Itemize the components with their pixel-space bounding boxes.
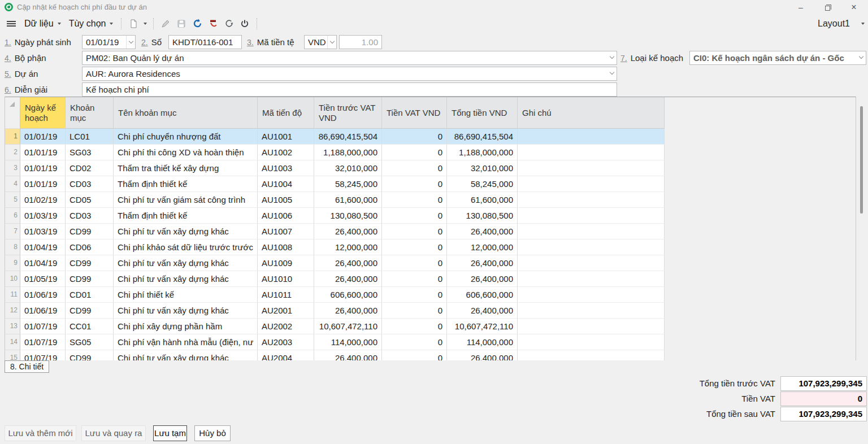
cell-pre-vat-amount[interactable]: 58,245,000 (314, 176, 382, 192)
cell-pre-vat-amount[interactable]: 130,080,500 (314, 208, 382, 224)
cell-vat-amount[interactable]: 0 (382, 319, 447, 334)
cell-item-name[interactable]: Chi phí xây dựng phần hầm (114, 319, 258, 334)
currency-dropdown-button[interactable] (327, 36, 336, 49)
chevron-down-icon[interactable] (610, 54, 614, 59)
cell-note[interactable] (518, 350, 665, 360)
cell-vat-amount[interactable]: 0 (382, 208, 447, 224)
cell-note[interactable] (518, 208, 665, 224)
cell-note[interactable] (518, 224, 665, 240)
cell-vat-amount[interactable]: 0 (382, 224, 447, 240)
cell-item-code[interactable]: CD99 (66, 303, 114, 319)
cell-progress-code[interactable]: AU2002 (258, 319, 314, 334)
save-button[interactable] (175, 17, 188, 31)
cell-pre-vat-amount[interactable]: 10,607,472,110 (314, 319, 382, 334)
cell-item-code[interactable]: SG05 (66, 334, 114, 350)
cell-total-amount[interactable]: 26,400,000 (447, 303, 518, 319)
cell-plan-date[interactable]: 01/04/19 (20, 240, 66, 255)
table-row[interactable]: 1101/06/19CD01Chi phí thiết kếAU1011606,… (5, 287, 665, 303)
new-document-button[interactable] (127, 17, 140, 31)
cell-item-code[interactable]: CD99 (66, 255, 114, 271)
cell-item-name[interactable]: Thẩm định thiết kế (114, 208, 258, 224)
row-number-cell[interactable]: 3 (5, 160, 20, 176)
cell-pre-vat-amount[interactable]: 26,400,000 (314, 224, 382, 240)
cell-progress-code[interactable]: AU1007 (258, 224, 314, 240)
table-row[interactable]: 101/01/19LC01Chi phí chuyển nhượng đấtAU… (5, 129, 665, 145)
row-number-cell[interactable]: 10 (5, 271, 20, 287)
column-header-date[interactable]: Ngày kế hoạch (20, 97, 66, 129)
cell-progress-code[interactable]: AU1002 (258, 145, 314, 160)
menu-data[interactable]: Dữ liệu (20, 17, 65, 31)
cell-plan-date[interactable]: 01/01/19 (20, 129, 66, 145)
cell-item-code[interactable]: LC01 (66, 129, 114, 145)
save-draft-button[interactable]: Lưu tạm (153, 425, 187, 441)
cell-item-name[interactable]: Chi phí tư vấn xây dựng khác (114, 350, 258, 360)
cell-item-code[interactable]: CC01 (66, 319, 114, 334)
cell-pre-vat-amount[interactable]: 26,400,000 (314, 271, 382, 287)
chevron-down-icon[interactable] (859, 54, 863, 59)
cell-vat-amount[interactable]: 0 (382, 129, 447, 145)
cell-note[interactable] (518, 240, 665, 255)
cell-progress-code[interactable]: AU2003 (258, 334, 314, 350)
minimize-button[interactable]: – (791, 0, 810, 15)
cell-item-name[interactable]: Thẩm tra thiết kế xây dựng (114, 160, 258, 176)
cell-note[interactable] (518, 129, 665, 145)
column-header-pre-vat[interactable]: Tiền trước VAT VND (314, 97, 382, 129)
row-number-cell[interactable]: 11 (5, 287, 20, 303)
table-row[interactable]: 1201/06/19CD99Chi phí tư vấn xây dựng kh… (5, 303, 665, 319)
grid-corner-cell[interactable] (5, 97, 20, 129)
cell-vat-amount[interactable]: 0 (382, 350, 447, 360)
cell-item-code[interactable]: CD99 (66, 224, 114, 240)
cell-pre-vat-amount[interactable]: 61,600,000 (314, 192, 382, 208)
cell-note[interactable] (518, 303, 665, 319)
row-number-cell[interactable]: 1 (5, 129, 20, 145)
edit-button[interactable] (159, 17, 172, 31)
cell-vat-amount[interactable]: 0 (382, 192, 447, 208)
cell-note[interactable] (518, 319, 665, 334)
cell-pre-vat-amount[interactable]: 26,400,000 (314, 303, 382, 319)
cell-total-amount[interactable]: 86,690,415,504 (447, 129, 518, 145)
cell-item-code[interactable]: CD99 (66, 350, 114, 360)
cell-total-amount[interactable]: 26,400,000 (447, 255, 518, 271)
cell-total-amount[interactable]: 26,400,000 (447, 350, 518, 360)
cell-progress-code[interactable]: AU1011 (258, 287, 314, 303)
cell-vat-amount[interactable]: 0 (382, 303, 447, 319)
layout-selector[interactable]: Layout1 (818, 15, 865, 32)
row-number-cell[interactable]: 8 (5, 240, 20, 255)
cell-total-amount[interactable]: 130,080,500 (447, 208, 518, 224)
cell-item-name[interactable]: Chi phí tư vấn xây dựng khác (114, 255, 258, 271)
table-row[interactable]: 901/04/19CD99Chi phí tư vấn xây dựng khá… (5, 255, 665, 271)
cell-total-amount[interactable]: 10,607,472,110 (447, 319, 518, 334)
cell-plan-date[interactable]: 01/07/19 (20, 319, 66, 334)
cell-plan-date[interactable]: 01/04/19 (20, 255, 66, 271)
column-header-code[interactable]: Khoản mục (66, 97, 114, 129)
table-row[interactable]: 1501/07/19CD99Chi phí tư vấn xây dựng kh… (5, 350, 665, 360)
cell-progress-code[interactable]: AU1008 (258, 240, 314, 255)
cell-note[interactable] (518, 192, 665, 208)
cancel-button[interactable]: Hủy bỏ (194, 425, 231, 441)
cell-progress-code[interactable]: AU1006 (258, 208, 314, 224)
cell-plan-date[interactable]: 01/06/19 (20, 303, 66, 319)
cell-pre-vat-amount[interactable]: 1,188,000,000 (314, 145, 382, 160)
column-header-progress[interactable]: Mã tiến độ (258, 97, 314, 129)
cell-total-amount[interactable]: 26,400,000 (447, 271, 518, 287)
close-button[interactable]: × (844, 0, 863, 15)
cell-plan-date[interactable]: 01/03/19 (20, 224, 66, 240)
project-combo[interactable]: AUR: Aurora Residences (82, 67, 617, 81)
row-number-cell[interactable]: 2 (5, 145, 20, 160)
table-row[interactable]: 701/03/19CD99Chi phí tư vấn xây dựng khá… (5, 224, 665, 240)
table-row[interactable]: 1401/07/19SG05Chi phí vận hành nhà mẫu (… (5, 334, 665, 350)
column-header-vat[interactable]: Tiền VAT VND (382, 97, 447, 129)
save-and-exit-button[interactable]: Lưu và quay ra (81, 425, 146, 441)
cell-pre-vat-amount[interactable]: 26,400,000 (314, 350, 382, 360)
row-number-cell[interactable]: 14 (5, 334, 20, 350)
cell-item-name[interactable]: Chi phí chuyển nhượng đất (114, 129, 258, 145)
column-header-note[interactable]: Ghi chú (518, 97, 665, 129)
cell-pre-vat-amount[interactable]: 86,690,415,504 (314, 129, 382, 145)
row-number-cell[interactable]: 4 (5, 176, 20, 192)
cell-total-amount[interactable]: 32,010,000 (447, 160, 518, 176)
cell-item-code[interactable]: CD01 (66, 287, 114, 303)
date-dropdown-button[interactable] (126, 36, 135, 49)
cell-progress-code[interactable]: AU2004 (258, 350, 314, 360)
exchange-rate-input[interactable]: 1.00 (339, 35, 382, 49)
cell-pre-vat-amount[interactable]: 606,600,000 (314, 287, 382, 303)
